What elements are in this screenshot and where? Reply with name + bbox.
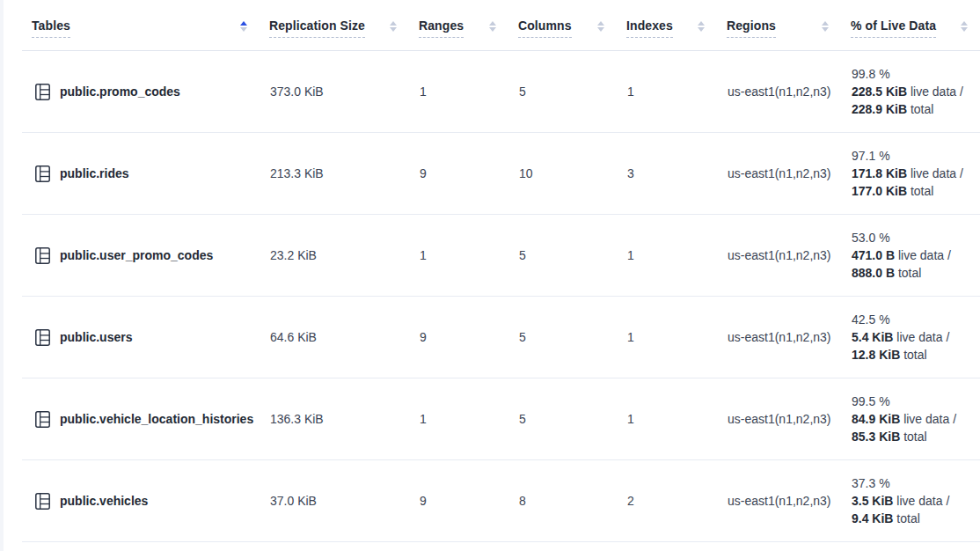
- table-header-row: Tables Replication Size Ranges Columns I…: [22, 0, 980, 51]
- regions-cell: us-east1(n1,n2,n3): [717, 248, 841, 262]
- sort-icon[interactable]: [961, 21, 968, 32]
- total-size: 228.9 KiB: [852, 102, 907, 116]
- live-size-line: 84.9 KiB live data /: [852, 410, 975, 428]
- live-data-suffix: live data /: [911, 84, 963, 99]
- regions-cell: us-east1(n1,n2,n3): [717, 412, 841, 426]
- total-suffix: total: [903, 348, 926, 362]
- columns-cell: 5: [508, 248, 617, 262]
- ranges-cell: 9: [409, 330, 508, 344]
- column-header-label: % of Live Data: [851, 18, 936, 38]
- sort-desc-icon: [698, 27, 705, 32]
- live-size-line: 3.5 KiB live data /: [852, 492, 975, 510]
- indexes-cell: 1: [617, 412, 717, 426]
- table-icon: [35, 247, 50, 264]
- live-pct: 99.5 %: [852, 393, 975, 410]
- live-size: 228.5 KiB: [852, 84, 907, 99]
- ranges-cell: 9: [409, 166, 508, 180]
- table-name-link[interactable]: public.users: [60, 330, 132, 344]
- sort-icon[interactable]: [822, 21, 829, 32]
- columns-cell: 5: [508, 412, 617, 426]
- table-icon: [35, 411, 50, 428]
- replication-size-cell: 37.0 KiB: [260, 494, 409, 508]
- table-row: public.rides 213.3 KiB 9 10 3 us-east1(n…: [22, 133, 980, 215]
- table-body: public.promo_codes 373.0 KiB 1 5 1 us-ea…: [22, 51, 980, 542]
- live-data-cell: 99.8 % 228.5 KiB live data / 228.9 KiB t…: [841, 65, 980, 118]
- table-name-link[interactable]: public.rides: [60, 166, 129, 180]
- column-header-label: Columns: [518, 18, 572, 38]
- column-header-columns[interactable]: Columns: [508, 18, 617, 38]
- table-name-cell: public.vehicles: [22, 493, 260, 510]
- table-name-cell: public.promo_codes: [22, 84, 260, 100]
- sort-icon[interactable]: [489, 21, 496, 32]
- live-data-suffix: live data /: [911, 166, 963, 180]
- table-name-link[interactable]: public.user_promo_codes: [60, 248, 213, 262]
- replication-size-cell: 213.3 KiB: [260, 166, 409, 180]
- live-size: 471.0 B: [852, 248, 895, 262]
- table-row: public.promo_codes 373.0 KiB 1 5 1 us-ea…: [22, 51, 980, 133]
- table-icon: [35, 493, 50, 510]
- live-pct: 97.1 %: [852, 147, 975, 165]
- table-row: public.vehicle_location_histories 136.3 …: [22, 378, 980, 460]
- total-size-line: 85.3 KiB total: [852, 428, 975, 445]
- sort-desc-icon: [961, 27, 968, 32]
- total-size: 85.3 KiB: [852, 430, 900, 444]
- sort-desc-icon: [822, 27, 829, 32]
- tables-table: Tables Replication Size Ranges Columns I…: [22, 0, 980, 542]
- table-name-cell: public.users: [22, 329, 260, 346]
- indexes-cell: 3: [617, 166, 717, 180]
- column-header-live-data[interactable]: % of Live Data: [841, 18, 980, 38]
- total-size: 888.0 B: [852, 266, 895, 280]
- table-name-cell: public.user_promo_codes: [22, 247, 260, 264]
- columns-cell: 10: [508, 166, 617, 180]
- column-header-indexes[interactable]: Indexes: [617, 18, 717, 38]
- total-size-line: 228.9 KiB total: [852, 100, 975, 118]
- columns-cell: 5: [508, 84, 617, 99]
- table-name-cell: public.rides: [22, 165, 260, 182]
- sort-icon[interactable]: [698, 21, 705, 32]
- column-header-ranges[interactable]: Ranges: [409, 18, 508, 38]
- sort-desc-icon: [390, 27, 397, 32]
- live-pct: 42.5 %: [852, 311, 975, 328]
- sort-icon[interactable]: [597, 21, 604, 32]
- sort-asc-icon: [698, 21, 705, 26]
- total-size: 12.8 KiB: [852, 348, 900, 362]
- indexes-cell: 1: [617, 248, 717, 262]
- column-header-replication-size[interactable]: Replication Size: [260, 18, 409, 38]
- indexes-cell: 1: [617, 84, 717, 99]
- regions-cell: us-east1(n1,n2,n3): [717, 330, 841, 344]
- column-header-label: Indexes: [626, 18, 673, 38]
- total-suffix: total: [911, 184, 933, 198]
- ranges-cell: 9: [409, 494, 508, 508]
- live-size: 84.9 KiB: [852, 412, 900, 426]
- ranges-cell: 1: [409, 84, 508, 99]
- total-suffix: total: [911, 102, 933, 116]
- indexes-cell: 2: [617, 494, 717, 508]
- sort-asc-icon: [961, 21, 968, 26]
- regions-cell: us-east1(n1,n2,n3): [717, 84, 841, 99]
- sort-desc-icon: [240, 27, 247, 32]
- replication-size-cell: 136.3 KiB: [260, 412, 409, 426]
- live-pct: 53.0 %: [852, 229, 975, 246]
- column-header-regions[interactable]: Regions: [717, 18, 841, 38]
- live-size-line: 5.4 KiB live data /: [852, 328, 975, 346]
- sort-icon[interactable]: [390, 21, 397, 32]
- regions-cell: us-east1(n1,n2,n3): [717, 494, 841, 508]
- table-name-link[interactable]: public.vehicles: [60, 494, 148, 508]
- table-row: public.users 64.6 KiB 9 5 1 us-east1(n1,…: [22, 297, 980, 378]
- live-size: 171.8 KiB: [852, 166, 907, 180]
- sort-desc-icon: [597, 27, 604, 32]
- column-header-label: Replication Size: [269, 18, 365, 38]
- column-header-tables[interactable]: Tables: [22, 18, 260, 38]
- table-name-link[interactable]: public.vehicle_location_histories: [60, 412, 253, 426]
- total-size-line: 177.0 KiB total: [852, 182, 975, 200]
- total-size-line: 888.0 B total: [852, 264, 975, 282]
- sort-asc-icon: [822, 21, 829, 26]
- live-size-line: 171.8 KiB live data /: [852, 165, 975, 182]
- live-size: 5.4 KiB: [852, 330, 893, 344]
- ranges-cell: 1: [409, 248, 508, 262]
- regions-cell: us-east1(n1,n2,n3): [717, 166, 841, 180]
- columns-cell: 5: [508, 330, 617, 344]
- sort-icon[interactable]: [240, 21, 247, 32]
- table-name-link[interactable]: public.promo_codes: [60, 84, 180, 99]
- table-icon: [35, 84, 50, 100]
